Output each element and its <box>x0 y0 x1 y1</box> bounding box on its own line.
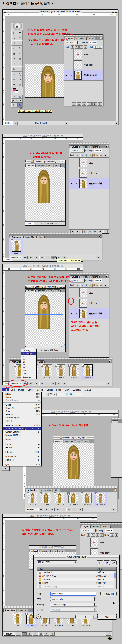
jump-to-photoshop-button[interactable]: ⇱ <box>12 102 17 107</box>
file-menu-item[interactable]: Close⌘W <box>2 403 42 406</box>
menu-bar-item[interactable]: Select <box>44 388 54 392</box>
palette-tab[interactable]: Slice <box>53 489 60 492</box>
lock-transparency-icon[interactable]: ▨ <box>76 154 80 157</box>
palette-tab[interactable]: Paths <box>87 37 96 40</box>
layer-visibility-toggle[interactable]: ◉ <box>69 168 74 178</box>
lock-position-icon[interactable]: ✛ <box>80 46 83 48</box>
disk-icon[interactable]: ◍▼ <box>97 560 103 565</box>
image-canvas[interactable] <box>25 292 63 345</box>
date-column-header[interactable]: 수정일 <box>95 568 114 570</box>
palette-tab[interactable]: Animation <box>4 609 16 612</box>
file-menu-item[interactable]: Export▶ <box>2 446 42 449</box>
layer-row[interactable]: ◉ ✎ 눈썹 copy <box>64 60 103 70</box>
download-time-info[interactable]: -- / -- sec @ 28.8 Kbps▼ <box>34 348 66 352</box>
frame-thumbnail[interactable] <box>96 492 105 504</box>
animation-frame[interactable]: 3 1 sec.▾ <box>41 364 53 379</box>
palette-tab[interactable]: History <box>80 146 90 148</box>
marquee-tool[interactable]: ▢ <box>12 30 17 35</box>
delay-arrow-icon[interactable]: ▾ <box>89 624 90 626</box>
layer-row[interactable]: ◉ ✎ 입술 <box>80 538 122 548</box>
resize-grip-icon[interactable]: ◢ <box>114 122 118 125</box>
frame-delay[interactable]: 0.1 sec. <box>42 624 48 626</box>
path-select-tool[interactable]: ▷ <box>12 66 17 72</box>
play-icon[interactable]: ▶ <box>34 382 39 385</box>
animation-frame[interactable]: 3 ∴0.1 sec.▾ <box>54 492 66 506</box>
gradient-tool[interactable]: ▦ <box>17 56 22 61</box>
delay-menu-item[interactable]: 2.0 <box>21 364 36 366</box>
eraser-tool[interactable]: ▱ <box>12 56 17 61</box>
duplicate-frame-icon[interactable]: ▣ <box>66 508 72 511</box>
width-field[interactable] <box>56 393 65 396</box>
layer-name[interactable]: 금발머리여자 <box>88 308 109 318</box>
palette-tab[interactable]: Image Map <box>24 236 36 238</box>
window-titlebar[interactable]: 금발 copy @ 300% (금발머리여자, RGB) <box>2 134 83 138</box>
tween-icon[interactable]: ∴ <box>45 382 50 385</box>
layer-visibility-toggle[interactable]: ◉ <box>69 178 74 188</box>
zoom-box-icon[interactable] <box>60 286 62 288</box>
animation-frame[interactable]: 1 ∴1 sec.▾ <box>12 612 24 627</box>
height-field[interactable] <box>74 393 82 396</box>
frame-thumbnail[interactable] <box>55 492 64 504</box>
stepper-icon[interactable]: ▲▼ <box>82 279 84 282</box>
layer-name[interactable]: 눈썹 copy <box>82 60 103 70</box>
layer-thumbnail[interactable] <box>80 288 87 297</box>
frame-delay[interactable]: 1 sec. <box>30 504 35 506</box>
frame-thumbnail[interactable] <box>13 613 22 624</box>
delay-arrow-icon[interactable]: ▾ <box>76 377 77 378</box>
window-titlebar[interactable]: Untitled-1 @ 300%(Origi… <box>29 546 76 549</box>
frame-thumbnail[interactable] <box>41 492 51 504</box>
favorites-icon[interactable]: ▮▼ <box>104 560 110 565</box>
frame-thumbnail[interactable] <box>12 240 22 252</box>
palette-tab[interactable]: Animation <box>10 236 23 238</box>
frame-thumbnail[interactable] <box>42 364 52 376</box>
file-name[interactable]: 2.토마토토이즈 <box>42 574 95 578</box>
delay-arrow-icon[interactable]: ▾ <box>77 504 78 506</box>
file-menu-item[interactable]: Place... <box>2 438 42 441</box>
view-tab[interactable]: Original <box>54 440 64 442</box>
file-name[interactable]: 7f783006_m.jpg <box>42 586 95 588</box>
vertical-scrollbar[interactable]: ▲▼ <box>63 166 66 219</box>
stepper-icon[interactable]: ▲▼ <box>78 41 80 44</box>
view-tab[interactable]: Optimized <box>36 164 46 166</box>
layer-visibility-toggle[interactable]: ◉ <box>64 60 69 70</box>
layer-thumbnail[interactable] <box>74 60 82 70</box>
delay-arrow-icon[interactable]: ▾ <box>90 377 91 378</box>
menu-bar-item[interactable]: 도움말 <box>82 388 93 392</box>
name-column-header[interactable]: 이름 <box>37 568 95 570</box>
layer-name[interactable]: 눈썹 copy <box>88 298 109 308</box>
brush-tool[interactable]: ✎ <box>17 46 22 51</box>
frame-delay[interactable]: 0.1 sec. <box>56 504 63 506</box>
delay-arrow-icon[interactable]: ▾ <box>35 504 36 506</box>
palette-tab[interactable]: Image M <box>17 609 28 612</box>
frame-thumbnail[interactable] <box>56 364 66 376</box>
scroll-right-icon[interactable]: ▶ <box>106 382 111 385</box>
opacity-value[interactable]: 100%▶ <box>94 279 102 282</box>
stepper-icon[interactable]: ▲▼ <box>94 598 97 600</box>
palette-tab[interactable]: Layers <box>81 525 90 528</box>
animation-frame[interactable]: 5 ∴0.1 sec.▾ <box>80 492 93 506</box>
layer-thumbnail[interactable] <box>80 168 87 178</box>
file-menu-item[interactable]: Open Recent▶ <box>2 398 42 402</box>
animation-frame[interactable]: 6 ∴0.5 sec.▾ <box>94 492 106 506</box>
healing-brush-tool[interactable]: ⊕ <box>12 46 17 51</box>
layer-thumbnail[interactable] <box>80 158 87 167</box>
layer-visibility-toggle[interactable]: ◉ <box>69 158 74 168</box>
file-menu-item[interactable]: File Info...⇧⌘K <box>2 450 42 454</box>
layer-visibility-toggle[interactable]: ◉ <box>64 70 69 80</box>
collapse-box-icon[interactable] <box>115 10 117 12</box>
next-frame-icon[interactable]: |▶ <box>27 632 32 636</box>
stepper-icon[interactable]: ▲▼ <box>46 393 48 396</box>
quick-mask-button[interactable]: ◍ <box>17 95 22 98</box>
loop-select[interactable]: Forever▼ <box>4 632 16 636</box>
palette-tab[interactable]: Image Map <box>39 489 52 492</box>
delay-arrow-icon[interactable]: ▾ <box>35 624 36 626</box>
file-menu-item[interactable]: Save Optimized As...⌥⇧⌘S <box>2 427 42 430</box>
status-menu-icon[interactable]: ▶ <box>65 122 68 125</box>
stepper-icon[interactable]: ▲▼ <box>74 560 77 564</box>
zoom-level-field[interactable]: 300% <box>2 122 14 125</box>
delay-menu-item[interactable]: 0.5 <box>21 358 36 360</box>
scroll-up-icon[interactable]: ▲ <box>114 571 116 572</box>
zoom-select[interactable]: 300%▼ <box>25 222 34 226</box>
help-button[interactable]: ? <box>36 614 40 619</box>
scroll-up-icon[interactable]: ▲ <box>116 16 118 18</box>
